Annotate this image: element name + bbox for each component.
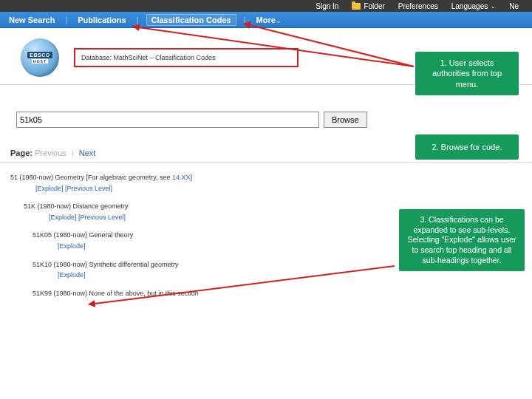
node-title: Distance geometry — [73, 202, 129, 210]
pager-previous: Previous — [35, 149, 66, 157]
truncated-menu[interactable]: Ne — [509, 2, 519, 10]
folder-icon — [352, 3, 361, 10]
node-title: General theory — [89, 231, 134, 239]
utility-bar: Sign In Folder Preferences Languages ⌄ N… — [0, 0, 532, 12]
node-code: 51K — [24, 202, 35, 210]
folder-label: Folder — [364, 2, 384, 10]
logo-brand: EBSCO — [27, 52, 52, 58]
node-code: 51K05 — [33, 231, 52, 239]
node-code: 51K99 — [33, 290, 52, 297]
nav-sep: | — [137, 16, 139, 24]
ebsco-logo: EBSCO HOST — [21, 38, 59, 77]
nav-sep: | — [244, 16, 246, 24]
tab-classification-codes[interactable]: Classification Codes — [146, 14, 236, 26]
annotation-1: 1. User selects authorities from top men… — [415, 52, 519, 95]
logo-sub: HOST — [32, 59, 48, 64]
node-years: (1980-now) — [54, 231, 88, 239]
explode-link[interactable]: [Explode] — [35, 185, 64, 192]
annotation-3: 3. Classifications can be expanded to se… — [399, 209, 525, 271]
node-actions: [Explode] [Previous Level] — [35, 184, 532, 194]
preferences-link[interactable]: Preferences — [398, 2, 438, 10]
node-actions: [Explode] — [58, 270, 532, 280]
node-years: (1980-now) — [54, 261, 88, 268]
truncated-label: Ne — [509, 2, 519, 10]
chevron-down-icon: ⌄ — [491, 3, 496, 10]
node-years: (1980-now) — [20, 174, 54, 181]
tree-node: 51 (1980-now) Geometry [For algebraic ge… — [10, 173, 532, 183]
more-label: More — [256, 16, 276, 24]
previous-level-link[interactable]: [Previous Level] — [78, 214, 126, 221]
explode-link[interactable]: [Explode] — [49, 214, 77, 221]
languages-label: Languages — [451, 2, 488, 10]
tab-new-search[interactable]: New Search — [6, 14, 58, 26]
node-years: (1980-now) — [38, 202, 72, 210]
node-title-tail: ] — [191, 174, 193, 181]
database-label: Database: MathSciNet – Classification Co… — [74, 48, 299, 67]
see-link[interactable]: 14.XX — [172, 174, 191, 181]
browse-input[interactable] — [16, 112, 319, 128]
page-label: Page: — [10, 149, 33, 157]
tab-publications[interactable]: Publications — [75, 14, 129, 26]
node-title: None of the above, but in this section — [89, 290, 199, 297]
pager-next[interactable]: Next — [79, 149, 96, 157]
explode-link[interactable]: [Explode] — [58, 242, 86, 250]
main-nav: New Search | Publications | Classificati… — [0, 12, 532, 28]
node-title: Synthetic differential geometry — [89, 261, 179, 268]
tree-node: 51K99 (1980-now) None of the above, but … — [33, 289, 532, 299]
chevron-down-icon: ⌄ — [276, 17, 282, 24]
previous-level-link[interactable]: [Previous Level] — [65, 185, 112, 192]
node-title: Geometry [For algebraic geometry, see — [55, 174, 172, 181]
explode-link[interactable]: [Explode] — [58, 271, 86, 279]
languages-menu[interactable]: Languages ⌄ — [451, 2, 497, 10]
node-code: 51K10 — [33, 261, 52, 268]
tab-more[interactable]: More⌄ — [253, 14, 284, 26]
nav-sep: | — [65, 16, 67, 24]
pager-sep: | — [72, 149, 74, 157]
node-code: 51 — [10, 174, 18, 181]
browse-button[interactable]: Browse — [324, 112, 367, 128]
annotation-2: 2. Browse for code. — [415, 134, 519, 160]
node-years: (1980-now) — [54, 290, 88, 297]
folder-link[interactable]: Folder — [352, 2, 384, 10]
signin-link[interactable]: Sign In — [316, 2, 338, 10]
